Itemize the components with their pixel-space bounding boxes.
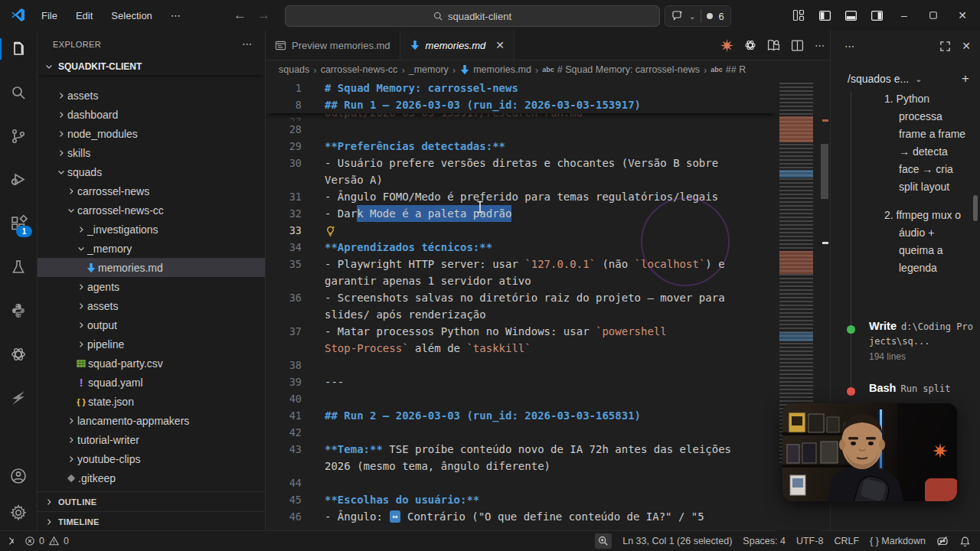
explorer-more-actions-icon[interactable]: ⋯ — [242, 38, 253, 50]
tree-item--gitkeep[interactable]: .gitkeep — [38, 468, 265, 487]
source-control-icon[interactable] — [6, 124, 31, 148]
copilot-chat-icon[interactable] — [671, 10, 684, 22]
tree-item-squad-yaml[interactable]: !squad.yaml — [38, 373, 265, 392]
tree-item--investigations[interactable]: _investigations — [38, 220, 265, 239]
zoom-indicator-icon[interactable] — [595, 533, 612, 549]
editor-line-39[interactable]: 39--- — [266, 373, 776, 390]
editor-line-wrap[interactable]: Stop-Process` além de `taskkill` — [266, 340, 776, 357]
settings-gear-icon[interactable] — [6, 500, 31, 525]
extensions-icon[interactable]: 1 — [6, 211, 31, 236]
breadcrumb-1[interactable]: carrossel-news-cc — [321, 64, 398, 75]
editor-line-28[interactable]: 28 — [266, 121, 776, 138]
new-session-plus-icon[interactable]: + — [962, 71, 969, 86]
section-timeline[interactable]: TIMELINE — [38, 511, 265, 531]
panel-expand-icon[interactable] — [939, 41, 951, 52]
tree-item-output[interactable]: output — [38, 315, 265, 334]
notifications-bell-icon[interactable] — [959, 536, 971, 547]
tree-item-assets[interactable]: assets — [38, 296, 265, 315]
customize-layout-icon[interactable] — [787, 4, 810, 27]
editor-line-wrap[interactable]: slides/ após renderização — [266, 306, 776, 323]
editor-line-44[interactable]: 44 — [266, 474, 776, 491]
status-language-mode[interactable]: { } Markdown — [870, 536, 926, 546]
python-icon[interactable] — [6, 298, 31, 323]
editor-line-40[interactable]: 40 — [266, 390, 776, 407]
tree-item-carrossel-news[interactable]: carrossel-news — [38, 181, 265, 201]
command-center-search[interactable]: squadkit-client — [285, 5, 660, 27]
tree-item-assets[interactable]: assets — [38, 86, 265, 105]
close-window-button[interactable]: ✕ — [949, 4, 975, 27]
sticky-line-1[interactable]: 1# Squad Memory: carrossel-news — [266, 80, 776, 96]
editor-line-36[interactable]: 36- Screenshots salvas no diretório raiz… — [266, 289, 776, 306]
panel-scrollbar[interactable] — [973, 195, 978, 221]
editor-line-38[interactable]: 38 — [266, 357, 776, 373]
code-area[interactable]: 27output/2026-03-03-153917/research-run.… — [266, 80, 776, 531]
breadcrumb-3[interactable]: memories.md — [459, 64, 531, 75]
minimize-button[interactable]: – — [891, 4, 917, 27]
tree-item-skills[interactable]: skills — [38, 143, 265, 162]
tree-item-memories-md[interactable]: memories.md — [38, 258, 265, 277]
lightning-icon[interactable] — [6, 386, 31, 410]
lightbulb-action-icon[interactable] — [325, 225, 341, 236]
tree-item--memory[interactable]: _memory — [38, 239, 265, 258]
maximize-button[interactable] — [920, 4, 946, 27]
tree-item-lancamento-appmakers[interactable]: lancamento-appmakers — [38, 411, 265, 430]
breadcrumb-4[interactable]: abc# Squad Memory: carrossel-news — [542, 64, 700, 75]
problems-indicator[interactable]: 0 0 — [24, 536, 69, 546]
more-actions-icon[interactable]: ⋯ — [815, 40, 825, 51]
editor-line-30[interactable]: 30- Usuário prefere versões diretas e ch… — [266, 155, 776, 171]
editor-line-43[interactable]: 43**Tema:** TSE proíbe conteúdo novo de … — [266, 441, 776, 458]
session-dropdown[interactable]: /squados e... ⌄ + — [831, 67, 980, 90]
breadcrumb-0[interactable]: squads — [279, 64, 309, 75]
tree-item-state-json[interactable]: { }state.json — [38, 392, 265, 411]
breadcrumb-2[interactable]: _memory — [409, 64, 449, 75]
copilot-cluster[interactable]: ⌄ 6 — [665, 5, 731, 27]
tree-item-pipeline[interactable]: pipeline — [38, 334, 265, 354]
menu-item-selection[interactable]: Selection — [103, 7, 159, 24]
editor-line-wrap[interactable]: garantir apenas 1 servidor ativo — [266, 272, 776, 289]
status-encoding[interactable]: UTF-8 — [796, 536, 823, 546]
editor-line-27[interactable]: 27output/2026-03-03-153917/research-run.… — [266, 113, 776, 121]
toggle-bottom-panel-icon[interactable] — [839, 4, 862, 27]
tab-memories-md[interactable]: memories.md✕ — [400, 31, 514, 60]
editor-line-45[interactable]: 45**Escolhas do usuário:** — [266, 491, 776, 508]
status-indentation[interactable]: Spaces: 4 — [743, 536, 786, 546]
breadcrumb-5[interactable]: abc## R — [710, 64, 746, 75]
panel-close-icon[interactable]: ✕ — [962, 40, 971, 52]
editor-line-wrap[interactable]: Versão A) — [266, 171, 776, 188]
run-debug-icon[interactable] — [6, 168, 31, 192]
tree-item-carrossel-news-cc[interactable]: carrossel-news-cc — [38, 201, 265, 220]
menu-item-more[interactable]: ⋯ — [163, 7, 188, 24]
menu-item-file[interactable]: File — [34, 7, 65, 24]
sticky-line-8[interactable]: 8## Run 1 — 2026-03-03 (run_id: 2026-03-… — [266, 96, 776, 113]
tree-item-node-modules[interactable]: node_modules — [38, 124, 265, 143]
editor-line-35[interactable]: 35- Playwright HTTP server: usar `127.0.… — [266, 256, 776, 272]
editor-line-46[interactable]: 46- Ângulo: ↔ Contrário ("O que define c… — [266, 508, 776, 525]
chevron-down-icon[interactable]: ⌄ — [689, 12, 695, 21]
editor-line-41[interactable]: 41## Run 2 — 2026-03-03 (run_id: 2026-03… — [266, 407, 776, 424]
tree-item-youtube-clips[interactable]: youtube-clips — [38, 449, 265, 468]
open-preview-icon[interactable] — [767, 39, 780, 52]
back-arrow-icon[interactable]: ← — [234, 8, 247, 23]
forward-arrow-icon[interactable]: → — [257, 8, 270, 23]
openai-action-icon[interactable] — [744, 39, 756, 51]
claude-starburst-icon[interactable] — [720, 39, 733, 52]
tree-item-dashboard[interactable]: dashboard — [38, 105, 265, 124]
remote-indicator-icon[interactable] — [6, 536, 17, 546]
workspace-root-item[interactable]: SQUADKIT-CLIENT — [38, 57, 265, 75]
status-cursor-position[interactable]: Ln 33, Col 1 (26 selected) — [622, 536, 732, 546]
tab-preview-memories-md[interactable]: Preview memories.md — [266, 31, 400, 60]
close-tab-icon[interactable]: ✕ — [495, 39, 505, 51]
editor-line-31[interactable]: 31- Ângulo FOMO/Medo é preferido para te… — [266, 188, 776, 205]
tree-item-tutorial-writer[interactable]: tutorial-writer — [38, 430, 265, 449]
openai-icon[interactable] — [6, 342, 31, 367]
tree-item-agents[interactable]: agents — [38, 277, 265, 296]
tree-item-squads[interactable]: squads — [38, 162, 265, 181]
menu-item-edit[interactable]: Edit — [68, 7, 100, 24]
split-editor-icon[interactable] — [791, 39, 804, 52]
toggle-left-sidebar-icon[interactable] — [813, 4, 836, 27]
editor-line-29[interactable]: 29**Preferências detectadas:** — [266, 138, 776, 155]
toggle-right-sidebar-icon[interactable] — [865, 4, 888, 27]
explorer-icon[interactable] — [6, 37, 31, 61]
editor-line-42[interactable]: 42 — [266, 424, 776, 441]
tool-call-bash[interactable]: BashRun split — [831, 382, 974, 396]
